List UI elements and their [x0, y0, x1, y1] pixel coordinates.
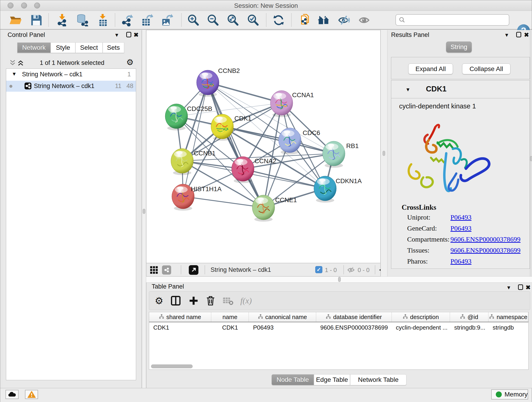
- export-table-icon[interactable]: [140, 13, 153, 27]
- crosslink-link[interactable]: P06493: [450, 257, 472, 265]
- column-header-canonical-name[interactable]: canonical name: [249, 312, 316, 322]
- search-input[interactable]: [407, 17, 506, 24]
- tab-sets[interactable]: Sets: [103, 42, 124, 53]
- table-row[interactable]: CDK1CDK1P064939606.ENSP00000378699cyclin…: [149, 323, 528, 332]
- network-edge[interactable]: [183, 83, 208, 196]
- zoom-out-icon[interactable]: [206, 13, 220, 27]
- splitter-handle[interactable]: [338, 277, 341, 282]
- column-header-database-identifier[interactable]: database identifier: [316, 312, 392, 322]
- table-panel-splitter[interactable]: [146, 276, 532, 283]
- export-network-icon[interactable]: [120, 13, 133, 27]
- table-header-row[interactable]: shared namenamecanonical namedatabase id…: [149, 312, 528, 322]
- close-panel-icon[interactable]: ✖: [133, 32, 139, 38]
- gene-section-header[interactable]: ▾ CDK1: [391, 80, 530, 98]
- network-row-selected[interactable]: String Network – cdk1 11 48: [6, 81, 136, 92]
- export-image-icon[interactable]: [160, 13, 173, 27]
- table-cell[interactable]: stringdb:9...: [450, 323, 488, 332]
- table-cell[interactable]: stringdb: [488, 323, 528, 332]
- float-panel-icon[interactable]: [126, 32, 131, 37]
- column-header-name[interactable]: name: [211, 312, 249, 322]
- network-node-CDC25B[interactable]: [165, 104, 188, 130]
- hidden-eye-icon[interactable]: [347, 266, 355, 274]
- close-panel-icon[interactable]: ✖: [526, 284, 531, 290]
- column-header-namespace[interactable]: namespace: [488, 312, 528, 322]
- close-panel-icon[interactable]: ✖: [524, 32, 529, 38]
- crosslink-link[interactable]: 9606.ENSP00000378699: [450, 235, 520, 243]
- table-panel: Table Panel ▾ ✖ ⚙ f(x) shared namenameca…: [146, 283, 532, 388]
- import-network-file-icon[interactable]: [56, 13, 69, 27]
- column-header-description[interactable]: description: [392, 312, 450, 322]
- table-cell[interactable]: 9606.ENSP00000378699: [316, 323, 392, 332]
- float-panel-icon[interactable]: [516, 32, 521, 37]
- search-box[interactable]: [395, 14, 509, 26]
- collapse-all-button[interactable]: Collapse All: [462, 64, 510, 74]
- warnings-button[interactable]: [25, 390, 38, 399]
- network-node-CCNA1[interactable]: [270, 90, 293, 117]
- delete-table-icon[interactable]: [222, 294, 234, 307]
- network-options-gear-icon[interactable]: ⚙: [126, 57, 133, 67]
- tab-network[interactable]: Network: [17, 42, 51, 53]
- horizontal-scrollbar[interactable]: [151, 364, 193, 368]
- network-collection-row[interactable]: ▼ String Network – cdk1 1: [6, 69, 136, 80]
- table-options-gear-icon[interactable]: ⚙: [152, 294, 165, 307]
- add-column-icon[interactable]: [187, 294, 200, 307]
- first-neighbors-icon[interactable]: [317, 13, 331, 27]
- collapse-panel-icon[interactable]: ▾: [115, 32, 118, 38]
- apply-layout-icon[interactable]: [272, 13, 285, 27]
- memory-button[interactable]: Memory: [491, 389, 528, 400]
- save-session-icon[interactable]: [30, 13, 43, 27]
- birdseye-view-icon[interactable]: [189, 265, 198, 275]
- crosslink-link[interactable]: P06493: [450, 213, 472, 221]
- show-hidden-icon[interactable]: [358, 13, 371, 27]
- cloud-status-button[interactable]: [6, 390, 19, 399]
- network-node-CCNB2[interactable]: [196, 70, 219, 97]
- network-edge[interactable]: [183, 196, 264, 207]
- network-canvas[interactable]: CCNB2CCNA1CDC25BCDK1CDC6RB1CCNB1CCNA2CDK…: [146, 30, 380, 263]
- network-thumbnail-icon[interactable]: [162, 265, 171, 274]
- column-header-@id[interactable]: @id: [450, 312, 488, 322]
- control-panel-splitter[interactable]: [142, 30, 146, 388]
- zoom-fit-icon[interactable]: [226, 13, 239, 27]
- dock-edge-splitter[interactable]: [530, 30, 532, 276]
- network-node-CCNE1[interactable]: [252, 195, 275, 222]
- column-header-shared-name[interactable]: shared name: [149, 312, 211, 322]
- network-node-RB1[interactable]: [323, 141, 345, 168]
- import-network-database-icon[interactable]: [75, 13, 89, 27]
- collapse-panel-icon[interactable]: ▾: [507, 284, 510, 290]
- splitter-handle[interactable]: [383, 151, 385, 156]
- zoom-selected-icon[interactable]: [246, 13, 260, 27]
- table-cell[interactable]: CDK1: [211, 323, 249, 332]
- collapse-panel-icon[interactable]: ▾: [505, 32, 508, 38]
- crosslink-link[interactable]: P06493: [450, 224, 472, 232]
- table-cell[interactable]: P06493: [249, 323, 316, 332]
- float-panel-icon[interactable]: [518, 284, 523, 290]
- open-session-icon[interactable]: [9, 13, 22, 27]
- splitter-handle[interactable]: [530, 156, 532, 161]
- network-node-CDKN1A[interactable]: [314, 176, 336, 203]
- function-builder-icon[interactable]: f(x): [238, 294, 254, 307]
- node-table[interactable]: shared namenamecanonical namedatabase id…: [149, 312, 529, 370]
- results-panel-splitter[interactable]: [380, 30, 387, 276]
- tab-network-table[interactable]: Network Table: [350, 374, 406, 385]
- section-collapse-icon[interactable]: ▾: [406, 86, 409, 93]
- selected-nodes-checkbox[interactable]: ✓: [315, 266, 322, 273]
- tab-edge-table[interactable]: Edge Table: [314, 374, 350, 385]
- collection-expand-icon[interactable]: ▼: [12, 71, 17, 77]
- grid-view-icon[interactable]: [150, 266, 158, 274]
- crosslink-link[interactable]: 9606.ENSP00000378699: [450, 246, 520, 254]
- zoom-in-icon[interactable]: [186, 13, 200, 27]
- tab-string[interactable]: String: [446, 41, 472, 52]
- table-cell[interactable]: CDK1: [149, 323, 211, 332]
- tab-node-table[interactable]: Node Table: [272, 374, 314, 385]
- show-columns-icon[interactable]: [169, 294, 182, 307]
- tab-style[interactable]: Style: [51, 42, 75, 53]
- delete-column-icon[interactable]: [204, 294, 217, 307]
- tab-select[interactable]: Select: [75, 42, 103, 53]
- clone-network-icon[interactable]: [297, 13, 310, 27]
- splitter-handle[interactable]: [143, 209, 145, 214]
- table-cell[interactable]: cyclin-dependent ...: [392, 323, 450, 332]
- network-node-CCNB1[interactable]: [171, 148, 193, 175]
- expand-all-button[interactable]: Expand All: [408, 64, 453, 74]
- import-table-icon[interactable]: [96, 13, 109, 27]
- hide-selected-icon[interactable]: [337, 13, 351, 27]
